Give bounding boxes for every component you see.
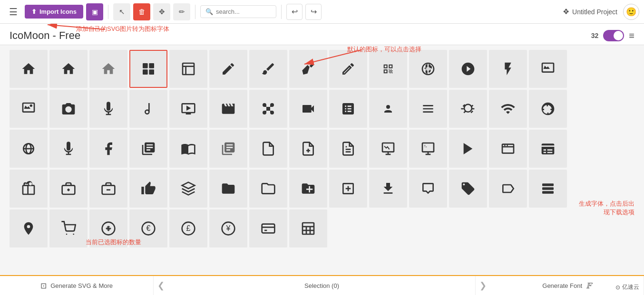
iconset-menu[interactable]: ≡	[629, 30, 634, 41]
icon-cell[interactable]	[489, 170, 527, 208]
icon-cell[interactable]	[529, 130, 567, 168]
icon-cell[interactable]	[329, 90, 367, 128]
icon-cell[interactable]	[209, 170, 247, 208]
icon-cell[interactable]	[10, 209, 48, 247]
icon-cell[interactable]: £	[169, 209, 207, 247]
icon-cell[interactable]	[129, 130, 167, 168]
icon-cell[interactable]	[489, 130, 527, 168]
yiyun-logo: ⊙ 亿速云	[615, 283, 639, 291]
icon-cell[interactable]: ¥	[209, 209, 247, 247]
icon-cell[interactable]	[329, 50, 367, 88]
icon-cell[interactable]	[409, 50, 447, 88]
layers-icon: ❖	[563, 7, 569, 16]
bookmark-icon: ▣	[92, 8, 98, 16]
icon-count: 32	[591, 32, 599, 39]
icon-cell[interactable]	[169, 90, 207, 128]
icon-cell[interactable]	[10, 90, 48, 128]
undo-icon: ↩	[292, 7, 298, 16]
menu-button[interactable]: ☰	[5, 3, 22, 20]
icon-cell[interactable]	[529, 50, 567, 88]
undo-button[interactable]: ↩	[286, 4, 302, 20]
move-tool-button[interactable]: ✥	[153, 3, 170, 20]
chevron-left-button[interactable]: ❮	[154, 280, 168, 291]
icon-cell[interactable]	[89, 90, 127, 128]
icon-cell[interactable]	[49, 90, 88, 128]
edit-tool-button[interactable]: ✏	[173, 3, 190, 20]
icon-cell[interactable]	[249, 50, 287, 88]
icon-cell[interactable]	[489, 50, 527, 88]
icon-cell[interactable]	[369, 130, 407, 168]
icon-cell[interactable]	[369, 90, 407, 128]
bookmark-button[interactable]: ▣	[86, 3, 103, 20]
icon-cell[interactable]	[89, 130, 127, 168]
svg-rect-38	[542, 187, 554, 190]
icon-cell[interactable]	[409, 170, 447, 208]
icon-cell[interactable]	[289, 170, 327, 208]
icon-cell[interactable]	[49, 130, 88, 168]
icon-cell[interactable]	[449, 130, 487, 168]
icon-cell[interactable]	[49, 170, 88, 208]
svg-rect-4	[183, 63, 194, 75]
icon-cell[interactable]	[169, 130, 207, 168]
icon-cell[interactable]	[489, 90, 527, 128]
project-name[interactable]: ❖ Untitled Project	[563, 7, 617, 16]
user-avatar[interactable]: 🙂	[623, 4, 639, 20]
icon-cell[interactable]	[409, 130, 447, 168]
edit-icon: ✏	[179, 8, 185, 16]
icon-cell[interactable]	[129, 50, 167, 88]
icon-cell[interactable]	[249, 209, 287, 247]
search-input[interactable]	[216, 8, 273, 15]
icon-cell[interactable]	[289, 90, 327, 128]
icon-cell[interactable]	[449, 170, 487, 208]
icon-cell[interactable]	[249, 90, 287, 128]
icon-cell[interactable]	[409, 90, 447, 128]
icon-cell[interactable]	[369, 170, 407, 208]
icon-cell[interactable]	[289, 50, 327, 88]
visibility-toggle[interactable]	[603, 30, 624, 41]
user-icon: 🙂	[626, 7, 636, 17]
redo-button[interactable]: ↪	[305, 4, 322, 20]
delete-icon: 🗑	[138, 8, 146, 16]
icon-cell[interactable]	[329, 170, 367, 208]
svg-text:£: £	[186, 224, 191, 232]
icon-cell[interactable]	[169, 50, 207, 88]
icon-cell[interactable]	[529, 170, 567, 208]
icon-cell[interactable]	[369, 50, 407, 88]
icon-cell[interactable]	[249, 130, 287, 168]
icon-cell[interactable]	[10, 130, 48, 168]
selection-section[interactable]: Selection (0)	[168, 276, 476, 295]
icon-cell[interactable]	[169, 170, 207, 208]
icon-cell[interactable]	[129, 90, 167, 128]
icon-cell[interactable]: €	[129, 209, 167, 247]
generate-svg-section[interactable]: ⊡ Generate SVG & More	[0, 276, 154, 295]
main-area: IcoMoon - Free 32 ≡ $€£¥ 添加自己的SVG图片转为图标字…	[0, 24, 644, 275]
icon-cell[interactable]	[89, 50, 127, 88]
icon-cell[interactable]	[49, 209, 88, 247]
icon-cell[interactable]	[209, 130, 247, 168]
svg-rect-0	[143, 63, 148, 68]
icon-cell[interactable]	[10, 50, 48, 88]
search-box[interactable]: 🔍	[200, 5, 276, 18]
icon-cell[interactable]	[49, 50, 88, 88]
delete-tool-button[interactable]: 🗑	[133, 3, 150, 20]
icon-cell[interactable]	[289, 130, 327, 168]
import-icons-button[interactable]: ⬆ Import Icons	[25, 5, 83, 19]
select-tool-button[interactable]: ↖	[113, 3, 130, 20]
icon-cell[interactable]	[10, 170, 48, 208]
icon-cell[interactable]	[89, 170, 127, 208]
icon-cell[interactable]	[209, 50, 247, 88]
iconset-title: IcoMoon - Free	[10, 29, 591, 42]
icon-grid-container[interactable]: $€£¥	[0, 45, 644, 275]
icon-cell[interactable]	[529, 90, 567, 128]
svg-point-10	[30, 105, 32, 107]
chevron-right-button[interactable]: ❯	[476, 280, 490, 291]
svg-point-40	[66, 234, 68, 235]
icon-cell[interactable]	[289, 209, 327, 247]
icon-cell[interactable]	[129, 170, 167, 208]
icon-cell[interactable]	[449, 50, 487, 88]
icon-cell[interactable]	[249, 170, 287, 208]
icon-cell[interactable]	[329, 130, 367, 168]
icon-cell[interactable]: $	[89, 209, 127, 247]
icon-cell[interactable]	[449, 90, 487, 128]
icon-cell[interactable]	[209, 90, 247, 128]
